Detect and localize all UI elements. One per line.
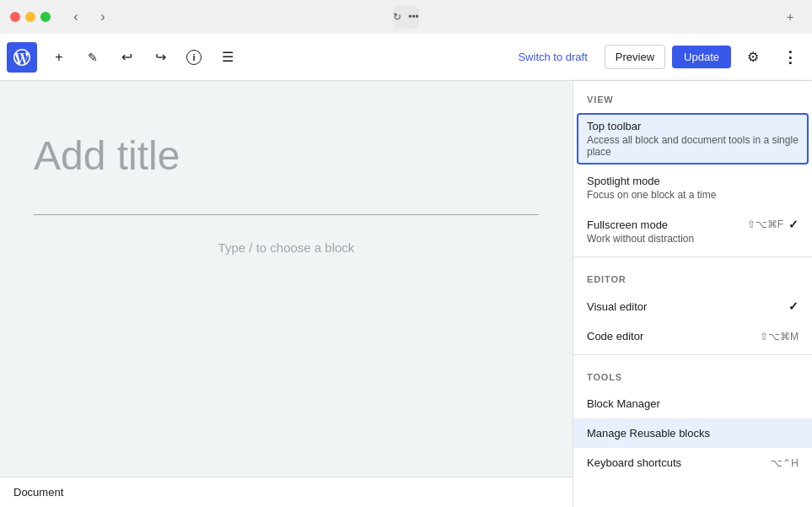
new-tab-button[interactable]: + — [778, 5, 802, 29]
fullscreen-mode-item[interactable]: Fullscreen mode ⇧⌥⌘F ✓ Work without dist… — [573, 209, 812, 253]
wp-logo[interactable] — [7, 42, 37, 73]
fullscreen-desc: Work without distraction — [587, 233, 799, 245]
reload-icon: ↻ — [393, 11, 401, 23]
keyboard-shortcuts-shortcut: ⌥⌃H — [771, 457, 799, 469]
block-placeholder[interactable]: Type / to choose a block — [34, 240, 539, 255]
traffic-lights — [10, 12, 51, 22]
info-icon: i — [186, 50, 202, 65]
tools-section-label: TOOLS — [573, 359, 812, 389]
fullscreen-mode-title: Fullscreen mode ⇧⌥⌘F ✓ — [587, 218, 799, 231]
settings-button[interactable]: ⚙ — [738, 42, 768, 73]
maximize-button[interactable] — [40, 12, 51, 22]
undo-button[interactable]: ↩ — [111, 42, 142, 73]
keyboard-shortcuts-item[interactable]: Keyboard shortcuts ⌥⌃H — [573, 448, 812, 477]
spotlight-mode-item[interactable]: Spotlight mode Focus on one block at a t… — [573, 166, 812, 209]
code-editor-item[interactable]: Code editor ⇧⌥⌘M — [573, 321, 812, 351]
switch-to-draft-button[interactable]: Switch to draft — [508, 46, 597, 68]
fullscreen-shortcut: ⇧⌥⌘F — [747, 218, 783, 230]
visual-editor-check: ✓ — [788, 299, 799, 313]
update-button[interactable]: Update — [672, 46, 731, 68]
editor-section-label: EDITOR — [573, 261, 812, 291]
canvas-area: Add title Type / to choose a block Docum… — [0, 81, 573, 507]
vertical-dots-icon: ⋮ — [782, 48, 798, 67]
fullscreen-check: ✓ — [788, 218, 799, 231]
view-section-label: VIEW — [573, 81, 812, 111]
minimize-button[interactable] — [25, 12, 35, 22]
toolbar-right: Switch to draft Preview Update ⚙ ⋮ — [508, 42, 805, 73]
close-button[interactable] — [10, 12, 20, 22]
more-options-button[interactable]: ⋮ — [775, 42, 805, 73]
pencil-icon: ✎ — [88, 51, 98, 64]
editor-canvas: Add title Type / to choose a block — [0, 81, 573, 289]
preview-button[interactable]: Preview — [605, 45, 665, 69]
top-toolbar-item[interactable]: Top toolbar Access all block and documen… — [577, 113, 809, 165]
forward-button[interactable]: › — [91, 5, 115, 29]
redo-button[interactable]: ↪ — [145, 42, 175, 73]
top-toolbar-desc: Access all block and document tools in a… — [587, 134, 799, 158]
manage-reusable-blocks-item[interactable]: Manage Reusable blocks — [573, 418, 812, 448]
editor-tools-divider — [573, 354, 812, 355]
spotlight-mode-desc: Focus on one block at a time — [587, 189, 799, 201]
browser-actions: + — [778, 5, 802, 29]
spotlight-mode-title: Spotlight mode — [587, 175, 799, 187]
content-divider — [34, 214, 539, 215]
title-placeholder[interactable]: Add title — [34, 132, 539, 181]
editor-section: EDITOR Visual editor ✓ Code editor ⇧⌥⌘M — [573, 261, 812, 351]
gear-icon: ⚙ — [747, 49, 759, 65]
visual-editor-item[interactable]: Visual editor ✓ — [573, 291, 812, 321]
top-toolbar-title: Top toolbar — [587, 120, 799, 132]
titlebar: ‹ › ↻ ••• + — [0, 0, 812, 34]
view-editor-divider — [573, 256, 812, 257]
code-editor-shortcut: ⇧⌥⌘M — [760, 331, 799, 342]
info-button[interactable]: i — [179, 42, 209, 73]
add-icon: + — [55, 50, 62, 65]
wp-logo-icon — [13, 49, 30, 66]
add-block-button[interactable]: + — [44, 42, 74, 73]
editor-toolbar: + ✎ ↩ ↪ i ☰ Switch to draft Preview Upda… — [0, 34, 812, 81]
bottom-bar: Document — [0, 477, 573, 507]
list-view-button[interactable]: ☰ — [212, 42, 243, 73]
back-button[interactable]: ‹ — [64, 5, 88, 29]
dropdown-panel: VIEW Top toolbar Access all block and do… — [573, 81, 812, 507]
more-icon: ••• — [408, 11, 419, 23]
block-manager-item[interactable]: Block Manager — [573, 389, 812, 418]
document-tab[interactable]: Document — [13, 486, 63, 499]
editor-body: Add title Type / to choose a block Docum… — [0, 81, 812, 507]
edit-button[interactable]: ✎ — [78, 42, 108, 73]
nav-buttons: ‹ › — [64, 5, 115, 29]
tools-section: TOOLS Block Manager Manage Reusable bloc… — [573, 359, 812, 477]
list-icon: ☰ — [222, 49, 234, 65]
address-bar[interactable]: ↻ ••• — [393, 5, 419, 29]
view-section: VIEW Top toolbar Access all block and do… — [573, 81, 812, 253]
redo-icon: ↪ — [155, 49, 166, 65]
undo-icon: ↩ — [121, 49, 132, 65]
